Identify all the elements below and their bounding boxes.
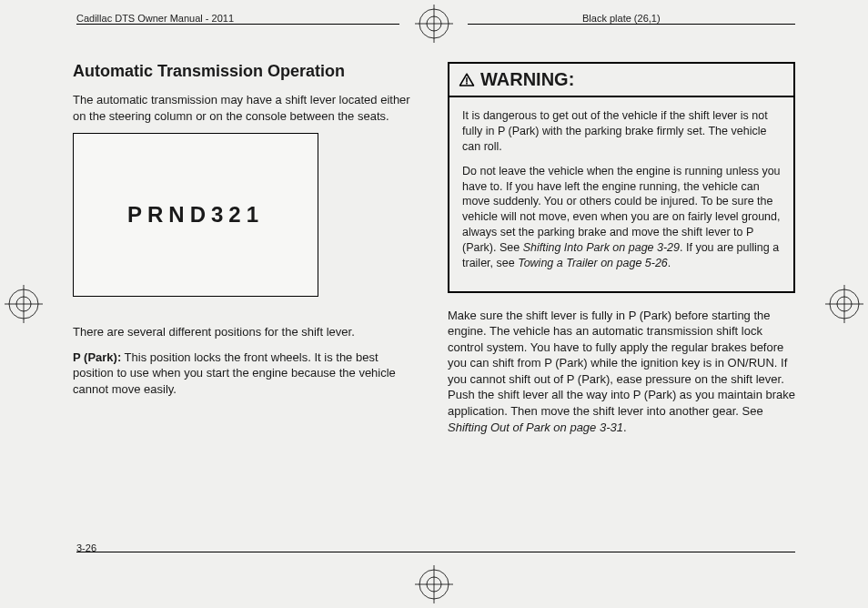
warning-title-bar: WARNING: <box>449 64 793 97</box>
p-park-label: P (Park): <box>73 350 121 364</box>
prnd-label: PRND321 <box>127 202 264 228</box>
right-column: WARNING: It is dangerous to get out of t… <box>448 62 795 572</box>
section-heading: Automatic Transmission Operation <box>73 62 420 81</box>
warning-ref-2: Towing a Trailer on page 5‑26 <box>518 257 668 269</box>
registration-mark-right <box>825 285 863 323</box>
warning-paragraph-1: It is dangerous to get out of the vehicl… <box>462 108 781 155</box>
svg-point-17 <box>466 82 468 84</box>
warning-title-text: WARNING: <box>480 69 574 90</box>
shift-indicator-figure: PRND321 <box>73 133 318 297</box>
warning-ref-1: Shifting Into Park on page 3‑29 <box>523 241 680 254</box>
right-para-b: . <box>623 421 627 434</box>
header-right-text: Black plate (26,1) <box>582 13 661 24</box>
right-paragraph: Make sure the shift lever is fully in P … <box>448 308 795 435</box>
warning-triangle-icon <box>459 72 475 88</box>
page-header: Cadillac DTS Owner Manual - 2011 Black p… <box>0 0 868 29</box>
warning-body: It is dangerous to get out of the vehicl… <box>449 97 793 291</box>
registration-mark-left <box>5 285 43 323</box>
right-para-a: Make sure the shift lever is fully in P … <box>448 309 795 418</box>
left-column: Automatic Transmission Operation The aut… <box>73 62 420 572</box>
p-park-paragraph: P (Park): This position locks the front … <box>73 350 420 398</box>
positions-paragraph: There are several different positions fo… <box>73 324 420 340</box>
warning-p2-text-c: . <box>668 257 671 269</box>
warning-box: WARNING: It is dangerous to get out of t… <box>448 62 795 293</box>
header-rule-right <box>468 24 795 25</box>
p-park-text: This position locks the front wheels. It… <box>73 350 396 396</box>
page-content: Automatic Transmission Operation The aut… <box>73 62 795 572</box>
intro-paragraph: The automatic transmission may have a sh… <box>73 92 420 124</box>
header-left-text: Cadillac DTS Owner Manual - 2011 <box>76 13 234 24</box>
header-rule-left <box>76 24 399 25</box>
warning-paragraph-2: Do not leave the vehicle when the engine… <box>462 164 781 271</box>
footer-rule <box>76 552 795 552</box>
right-para-ref: Shifting Out of Park on page 3‑31 <box>448 421 623 434</box>
